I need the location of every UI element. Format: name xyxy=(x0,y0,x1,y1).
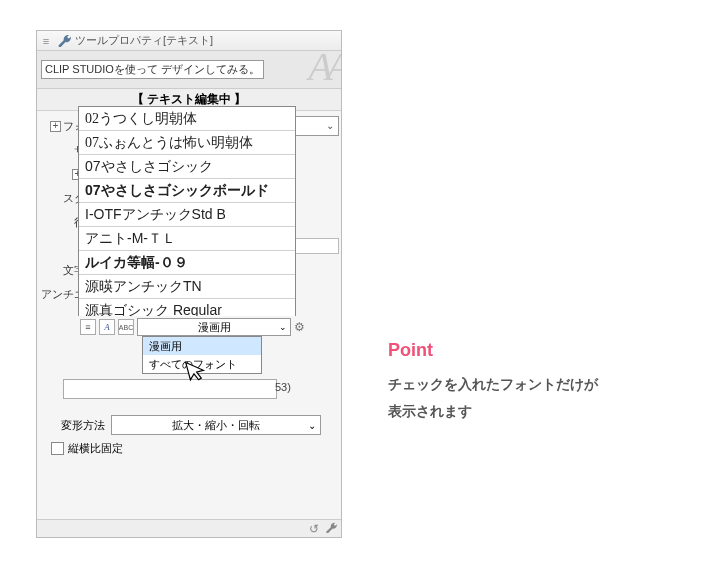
chevron-down-icon: ⌄ xyxy=(326,120,334,131)
transform-row: 変形方法 拡大・縮小・回転 ⌄ xyxy=(43,415,321,435)
text-input[interactable] xyxy=(63,379,277,399)
font-option[interactable]: ルイカ等幅-０９ xyxy=(79,251,295,275)
filter-option-all[interactable]: すべてのフォント xyxy=(143,355,261,373)
panel-titlebar: ≡ ツールプロパティ[テキスト] xyxy=(37,31,341,51)
abc-icon[interactable]: ABC xyxy=(118,319,134,335)
font-filter-select[interactable]: 漫画用 ⌄ xyxy=(137,318,291,336)
font-option[interactable]: アニト-M-ＴＬ xyxy=(79,227,295,251)
gear-icon[interactable]: ⚙ xyxy=(294,320,308,334)
font-filter-bar: ≡ A ABC 漫画用 ⌄ ⚙ xyxy=(78,316,310,338)
lock-aspect-checkbox[interactable] xyxy=(51,442,64,455)
chevron-down-icon: ⌄ xyxy=(279,322,287,332)
filter-option-manga[interactable]: 漫画用 xyxy=(143,337,261,355)
point-title: Point xyxy=(388,340,688,361)
transform-label: 変形方法 xyxy=(43,418,111,433)
font-dropdown-list[interactable]: 02うつくし明朝体07ふぉんとうは怖い明朝体07やさしさゴシック07やさしさゴシ… xyxy=(78,106,296,324)
panel-footer: ↺ xyxy=(37,519,341,537)
panel-menu-icon[interactable]: ≡ xyxy=(39,35,53,47)
transform-select[interactable]: 拡大・縮小・回転 ⌄ xyxy=(111,415,321,435)
list-view-icon[interactable]: ≡ xyxy=(80,319,96,335)
point-body: チェックを入れたフォントだけが 表示されます xyxy=(388,371,688,424)
annotation-note: Point チェックを入れたフォントだけが 表示されます xyxy=(388,340,688,424)
settings-wrench-icon[interactable] xyxy=(325,521,337,536)
chevron-down-icon: ⌄ xyxy=(308,420,316,431)
lock-aspect-label: 縦横比固定 xyxy=(68,441,123,456)
font-option[interactable]: 07やさしさゴシックボールド xyxy=(79,179,295,203)
lock-aspect-row: 縦横比固定 xyxy=(51,441,123,456)
font-option[interactable]: 源暎アンチックTN xyxy=(79,275,295,299)
font-preview-icon[interactable]: A xyxy=(99,319,115,335)
font-option[interactable]: I-OTFアンチックStd B xyxy=(79,203,295,227)
expand-icon[interactable]: + xyxy=(50,121,61,132)
transform-value: 拡大・縮小・回転 xyxy=(172,418,260,433)
reset-icon[interactable]: ↺ xyxy=(309,522,319,536)
font-filter-popup: 漫画用 すべてのフォント xyxy=(142,336,262,374)
panel-title: ツールプロパティ[テキスト] xyxy=(75,33,213,48)
font-option[interactable]: 02うつくし明朝体 xyxy=(79,107,295,131)
value-readout: 53) xyxy=(275,381,291,393)
preview-text: CLIP STUDIOを使って デザインしてみる。 xyxy=(41,60,264,79)
font-option[interactable]: 07ふぉんとうは怖い明朝体 xyxy=(79,131,295,155)
text-preview-strip: CLIP STUDIOを使って デザインしてみる。 AA xyxy=(37,51,341,89)
filter-select-value: 漫画用 xyxy=(198,320,231,335)
font-option[interactable]: 07やさしさゴシック xyxy=(79,155,295,179)
text-deco-icon: AA xyxy=(308,51,341,89)
wrench-icon xyxy=(57,33,71,49)
